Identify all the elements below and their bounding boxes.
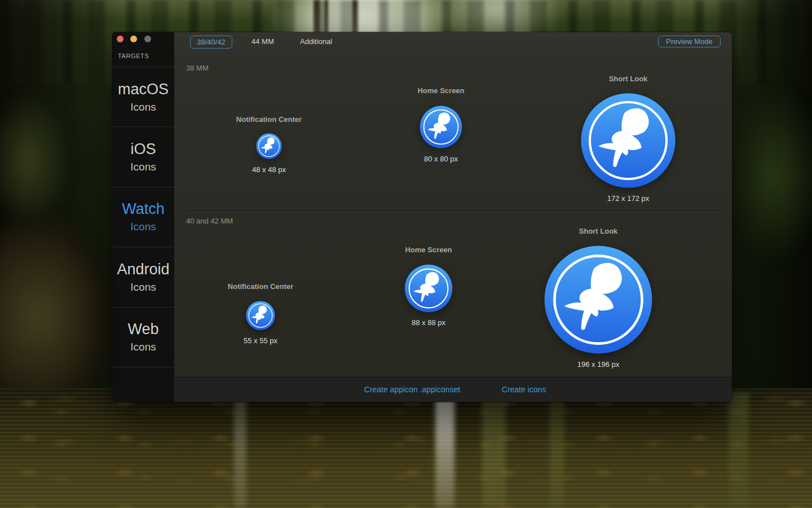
feather-icon[interactable] xyxy=(544,245,653,354)
sidebar-title: TARGETS xyxy=(118,52,149,59)
sidebar-item-macos[interactable]: macOS Icons xyxy=(112,67,174,126)
minimize-button[interactable] xyxy=(130,36,137,42)
tab-44mm[interactable]: 44 MM xyxy=(251,36,274,47)
slot-label-notification-center: Notification Center xyxy=(228,282,293,291)
slot-label-home-screen: Home Screen xyxy=(405,246,452,254)
slot-size-label: 48 x 48 px xyxy=(252,165,286,174)
app-window: TARGETS macOS Icons iOS Icons Watch Icon… xyxy=(112,32,732,402)
zoom-button[interactable] xyxy=(144,36,151,42)
water-reflection xyxy=(234,392,246,508)
slot-size-label: 80 x 80 px xyxy=(424,155,458,163)
water-reflection xyxy=(729,392,749,508)
slot-size-label: 55 x 55 px xyxy=(244,336,277,345)
slot-size-label: 172 x 172 px xyxy=(607,194,649,203)
section-title-38mm: 38 MM xyxy=(186,64,209,72)
preview-mode-button[interactable]: Preview Mode xyxy=(658,36,721,47)
water-reflection xyxy=(550,392,564,508)
section-title-40-42mm: 40 and 42 MM xyxy=(186,217,233,225)
slot-label-home-screen: Home Screen xyxy=(417,86,464,95)
feather-icon[interactable] xyxy=(256,133,282,159)
close-button[interactable] xyxy=(117,36,123,42)
sidebar-item-web[interactable]: Web Icons xyxy=(112,307,174,367)
water-reflection xyxy=(482,392,506,508)
footer-bar: Create appicon .appiconset Create icons xyxy=(174,377,732,402)
feather-icon[interactable] xyxy=(420,106,462,148)
wallpaper-water xyxy=(0,388,812,508)
window-controls xyxy=(117,34,156,42)
tab-38-40-42[interactable]: 38/40/42 xyxy=(190,36,232,49)
feather-icon[interactable] xyxy=(404,264,453,313)
sidebar-item-ios[interactable]: iOS Icons xyxy=(112,126,174,186)
slot-size-label: 88 x 88 px xyxy=(412,318,445,327)
tab-additional[interactable]: Additional xyxy=(300,36,332,47)
sidebar: TARGETS macOS Icons iOS Icons Watch Icon… xyxy=(112,32,174,402)
sidebar-items: macOS Icons iOS Icons Watch Icons Androi… xyxy=(112,67,174,367)
slot-label-short-look: Short Look xyxy=(579,227,618,235)
feather-icon[interactable] xyxy=(246,301,275,330)
section-divider xyxy=(186,211,721,211)
desktop: TARGETS macOS Icons iOS Icons Watch Icon… xyxy=(0,0,812,508)
slot-label-notification-center: Notification Center xyxy=(236,115,302,124)
slot-size-label: 196 x 196 px xyxy=(577,360,619,369)
sidebar-item-android[interactable]: Android Icons xyxy=(112,247,174,306)
sidebar-item-watch[interactable]: Watch Icons xyxy=(112,187,174,247)
slot-label-short-look: Short Look xyxy=(609,75,648,83)
create-appiconset-link[interactable]: Create appicon .appiconset xyxy=(364,385,460,394)
feather-icon[interactable] xyxy=(580,93,676,189)
main-panel: 38/40/42 44 MM Additional Preview Mode 3… xyxy=(174,32,732,402)
water-reflection xyxy=(435,392,454,508)
create-icons-link[interactable]: Create icons xyxy=(502,385,546,394)
